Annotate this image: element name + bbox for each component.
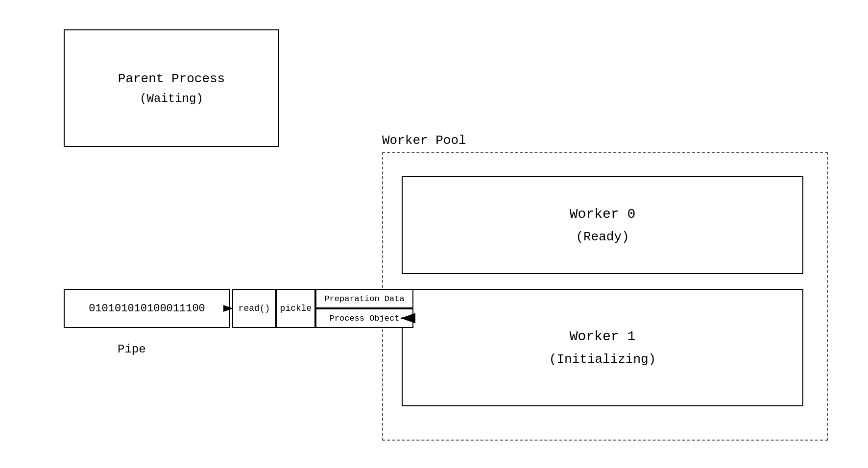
diagram-container: Parent Process (Waiting) Worker Pool Wor… xyxy=(0,0,868,468)
prep-data-box: Preparation Data xyxy=(315,289,413,308)
worker-pool-label: Worker Pool xyxy=(382,133,466,148)
process-obj-text: Process Object xyxy=(330,314,400,323)
read-box: read() xyxy=(232,289,276,328)
pipe-text: 010101010100011100 xyxy=(89,303,205,315)
pipe-box: 010101010100011100 xyxy=(64,289,230,328)
worker1-box: Worker 1 (Initializing) xyxy=(402,289,803,406)
read-text: read() xyxy=(239,304,270,313)
process-obj-box: Process Object xyxy=(315,308,413,328)
worker0-box: Worker 0 (Ready) xyxy=(402,176,803,274)
prep-data-text: Preparation Data xyxy=(324,294,404,304)
parent-process-subtitle: (Waiting) xyxy=(140,92,203,105)
worker0-subtitle: (Ready) xyxy=(576,230,629,244)
parent-process-title: Parent Process xyxy=(118,71,225,86)
worker1-title: Worker 1 xyxy=(570,329,635,344)
parent-process-box: Parent Process (Waiting) xyxy=(64,29,279,147)
pipe-label: Pipe xyxy=(118,343,146,356)
worker0-title: Worker 0 xyxy=(570,207,635,222)
pickle-text: pickle xyxy=(280,304,312,313)
worker1-subtitle: (Initializing) xyxy=(549,352,656,367)
pickle-box: pickle xyxy=(276,289,315,328)
